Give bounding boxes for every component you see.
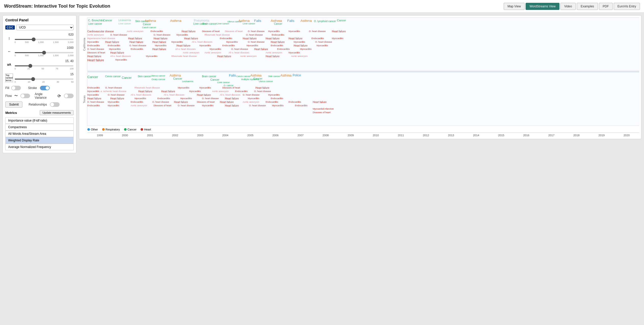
nav-btn-examples[interactable]: Examples <box>577 3 598 10</box>
metrics-header: Metrics Update measurements <box>5 110 74 115</box>
word-endocarditis: Endocarditis <box>271 44 283 47</box>
width-slider[interactable] <box>15 52 74 53</box>
word-endocarditis: Endocarditis <box>150 30 163 33</box>
word-asthma: Asthma <box>300 19 312 23</box>
word-o-heart-disease: O. heart disease <box>243 94 259 96</box>
stroke-label: Stroke <box>28 86 37 90</box>
word-heart-failure: Heart failure <box>105 41 119 43</box>
word-myocarditis: Myocarditis <box>294 41 305 43</box>
word-heart-failure: Heart failure <box>254 48 268 51</box>
nav-buttons: Map ViewWordStreams ViewVideoExamplesPDF… <box>504 3 640 10</box>
dataset-select[interactable]: UCD MCD <box>16 25 74 30</box>
word-all-o-heart-diseases: All o. heart diseases <box>229 51 249 54</box>
control-panel: Control Panel CDC UCD MCD ↕ 620 05001,00… <box>3 15 76 153</box>
word-endocarditis: Endocarditis <box>87 86 100 89</box>
metric-item-1[interactable]: Compactness <box>5 124 74 130</box>
metric-item-0[interactable]: Importance value (tf-idf ratio) <box>5 117 74 124</box>
nav-btn-pdf[interactable]: PDF <box>599 3 613 10</box>
word-myocarditis: Myocarditis <box>289 30 300 33</box>
legend-label-respiratory: Respiratory <box>106 128 120 131</box>
word-all-o-heart-diseases: All o. heart diseases <box>110 55 131 57</box>
year-label-2007: 2007 <box>288 134 313 137</box>
control-panel-title: Control Panel <box>5 18 74 22</box>
update-measurements-button[interactable]: Update measurements <box>40 110 74 115</box>
word-endocarditis: Endocarditis <box>235 90 248 93</box>
word-o-heart-disease: O. heart disease <box>154 34 170 36</box>
word-all-o-heart-diseases: All o. heart diseases <box>220 94 240 96</box>
metric-item-2[interactable]: All Words Area/Stream Area <box>5 130 74 137</box>
word-asthma: Asthma <box>170 19 181 23</box>
width-control: 1000 05001,0001,5002,000 <box>15 46 74 57</box>
word-myocarditis: Myocarditis <box>109 48 121 50</box>
year-label-2005: 2005 <box>238 134 263 137</box>
submit-button[interactable]: Submit <box>5 101 22 108</box>
word-endocarditis: Endocarditis <box>131 48 143 50</box>
fontsize-slider[interactable] <box>15 65 74 66</box>
word-myocarditis: Myocarditis <box>300 48 312 50</box>
relationships-row: Submit Relationships <box>5 101 74 108</box>
word-o-heart-disease: O. heart disease <box>202 97 219 100</box>
word-myocarditis: Myocarditis <box>87 94 99 96</box>
fontsize-value: 15, 40 <box>15 59 74 63</box>
word-o-heart-disease: O. heart disease <box>248 30 265 33</box>
nav-btn-video[interactable]: Video <box>560 3 576 10</box>
width-value: 1000 <box>15 46 74 50</box>
height-icon: ↕ <box>5 36 13 40</box>
word-o-heart-disease: O. heart disease <box>178 104 195 107</box>
topwords-slider[interactable] <box>15 79 74 80</box>
year-label-2018: 2018 <box>564 134 589 137</box>
word-cancer: Cancer <box>103 19 112 22</box>
word-aortic-aneurysm: Aortic aneurysm <box>291 55 308 57</box>
word-myocarditis: Myocarditis <box>268 30 280 33</box>
word-cancer: Cancer <box>253 77 262 80</box>
word-skin-cancer: Skin cancer <box>268 75 280 78</box>
legend-dot-cancer <box>124 128 127 131</box>
height-slider[interactable] <box>15 39 74 40</box>
word-asthma: Asthma <box>145 19 156 23</box>
fontsize-slider-row: aA 15, 40 0255075100 <box>5 59 74 70</box>
nav-btn-eurovis-entry[interactable]: EuroVis Entry <box>614 3 640 10</box>
nav-btn-wordstreams-view[interactable]: WordStreams View <box>526 3 559 10</box>
fill-label: Fill <box>5 86 9 90</box>
word-o-heart-disease: O. heart disease <box>254 90 271 93</box>
word-myocarditis: Myocarditis <box>248 97 259 100</box>
word-o-heart-disease: O. heart disease <box>315 41 332 43</box>
word-heart-failure: Heart failure <box>294 44 307 47</box>
relationships-toggle[interactable] <box>50 102 60 107</box>
word-asthma: Asthma <box>271 19 282 23</box>
word-heart-failure: Heart failure <box>152 41 166 43</box>
word-cervix-cancer: Cervix cancer <box>105 75 121 78</box>
word-all-o-heart-diseases: All o. heart diseases <box>192 41 212 43</box>
stroke-toggle[interactable] <box>40 86 50 90</box>
word-o-lymphoid-cancer: O. lymphoid cancer <box>314 20 336 23</box>
relationships-toggle-knob <box>50 103 54 106</box>
word-endocarditis: Endocarditis <box>131 101 143 103</box>
word-myocarditis: Myocarditis <box>171 41 183 43</box>
angle-variance-toggle[interactable] <box>64 94 74 98</box>
fontsize-icon: aA <box>5 63 13 66</box>
metric-item-3[interactable]: Weighted Display Rate <box>5 137 74 144</box>
main-content: Control Panel CDC UCD MCD ↕ 620 05001,00… <box>0 13 644 156</box>
angle-variance-label: Angle Variance <box>35 92 55 99</box>
fill-toggle[interactable] <box>11 86 21 90</box>
year-label-2019: 2019 <box>589 134 614 137</box>
header: WordStream: Interactive Tool for Topic E… <box>0 0 644 13</box>
word-cancer: Cancer <box>87 75 98 79</box>
word-myocarditis: Myocarditis <box>155 44 167 47</box>
year-label-2013: 2013 <box>439 134 464 137</box>
word-heart-failure: Heart failure <box>255 86 269 89</box>
word-myocarditis: Myocarditis <box>317 44 328 47</box>
word-diseases-of-heart: Diseases of heart <box>87 51 105 54</box>
metric-item-4[interactable]: Average Normalized Frequency <box>5 144 74 150</box>
flow-toggle[interactable] <box>20 94 30 98</box>
word-endocarditis: Endocarditis <box>108 44 120 47</box>
word-myocardial-infarction: Myocardial infarction <box>313 108 334 110</box>
nav-btn-map-view[interactable]: Map View <box>504 3 525 10</box>
word-aortic-aneurysm: Aortic aneurysm <box>183 51 199 54</box>
year-label-1999: 1999 <box>87 134 113 137</box>
word-brain-cancer: Brain cancer <box>202 22 217 25</box>
height-control: 620 05001,0001,5002,000 <box>15 33 74 43</box>
word-uterus-cancer: Uterus cancer <box>259 80 273 83</box>
word-myocarditis: Myocarditis <box>176 34 188 36</box>
word-o-heart-disease: O. heart disease <box>129 44 146 47</box>
